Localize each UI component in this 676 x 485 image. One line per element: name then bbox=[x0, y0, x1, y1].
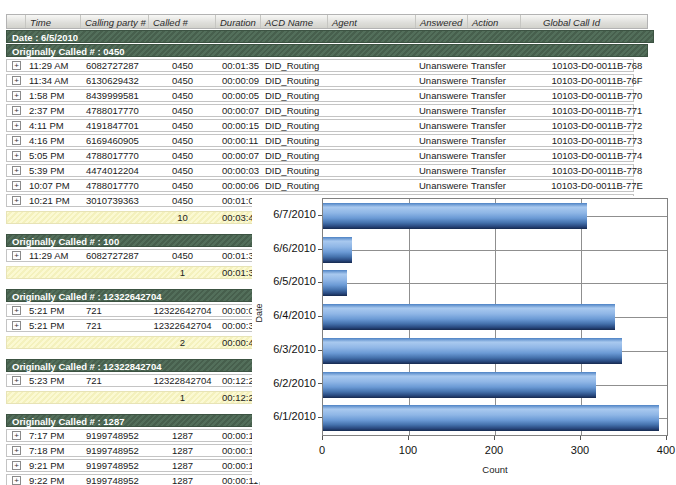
cell-answered: Unanswered bbox=[416, 60, 468, 71]
cell-calling_party: 721 bbox=[81, 305, 149, 316]
chart-bar-row bbox=[323, 266, 667, 300]
table-row: +1:58 PM8439999581045000:00:05DID_Routin… bbox=[6, 89, 634, 102]
column-header-action: Action bbox=[468, 15, 521, 28]
expand-row-button[interactable]: + bbox=[12, 446, 21, 455]
chart-bar-row bbox=[323, 233, 667, 267]
cell-time: 9:21 PM bbox=[26, 460, 81, 471]
expand-cell: + bbox=[7, 196, 26, 205]
cell-called: 12322642704 bbox=[149, 320, 216, 331]
table-row: +5:05 PM4788017770045000:00:07DID_Routin… bbox=[6, 149, 634, 162]
x-tick-label: 0 bbox=[319, 444, 325, 456]
expand-cell: + bbox=[7, 106, 26, 115]
cell-global_call_id: 10103-D0-0011B-770 bbox=[521, 90, 673, 101]
cell-called: 0450 bbox=[149, 120, 216, 131]
expand-row-button[interactable]: + bbox=[12, 106, 21, 115]
expand-row-button[interactable]: + bbox=[12, 306, 21, 315]
y-tick-label: 6/7/2010 bbox=[254, 198, 316, 232]
cell-called: 1287 bbox=[149, 430, 216, 441]
table-row: +4:11 PM4191847701045000:00:15DID_Routin… bbox=[6, 119, 634, 132]
expand-row-button[interactable]: + bbox=[12, 461, 21, 470]
group-header-title: Originally Called # : 1287 bbox=[6, 414, 260, 427]
expand-cell: + bbox=[7, 446, 26, 455]
cell-action: Transfer bbox=[468, 165, 521, 176]
cell-answered: Unanswered bbox=[416, 120, 468, 131]
x-tick-mark bbox=[666, 436, 667, 440]
cell-acd_name: DID_Routing bbox=[261, 75, 328, 86]
expand-row-button[interactable]: + bbox=[12, 196, 21, 205]
expand-row-button[interactable]: + bbox=[12, 431, 21, 440]
y-tick-mark bbox=[318, 215, 322, 216]
cell-calling_party: 9199748952 bbox=[81, 445, 149, 456]
cell-duration: 00:00:06 bbox=[216, 180, 261, 191]
cell-action: Transfer bbox=[468, 90, 521, 101]
y-tick-mark bbox=[318, 249, 322, 250]
x-tick-mark bbox=[580, 436, 581, 440]
column-header-duration: Duration bbox=[216, 15, 261, 28]
cell-acd_name: DID_Routing bbox=[261, 180, 328, 191]
expand-cell: + bbox=[7, 136, 26, 145]
expand-cell: + bbox=[7, 431, 26, 440]
cell-called: 0450 bbox=[149, 60, 216, 71]
cell-called: 0450 bbox=[149, 250, 216, 261]
cell-calling_party: 3010739363 bbox=[81, 195, 149, 206]
expand-row-button[interactable]: + bbox=[12, 166, 21, 175]
cell-answered: Unanswered bbox=[416, 180, 468, 191]
table-row: +5:21 PM7211232264270400:00:09 bbox=[6, 304, 260, 317]
column-header-time: Time bbox=[26, 15, 81, 28]
cell-answered: Unanswered bbox=[416, 165, 468, 176]
expand-cell: + bbox=[7, 306, 26, 315]
x-tick-mark bbox=[494, 436, 495, 440]
group-header-title: Originally Called # : 12322842704 bbox=[6, 359, 260, 372]
cell-calling_party: 8439999581 bbox=[81, 90, 149, 101]
cell-time: 11:34 AM bbox=[26, 75, 81, 86]
expand-row-button[interactable]: + bbox=[12, 151, 21, 160]
cell-global_call_id: 10103-D0-0011B-774 bbox=[521, 150, 673, 161]
expand-cell: + bbox=[7, 181, 26, 190]
cell-global_call_id: 10103-D0-0011B-773 bbox=[521, 135, 673, 146]
table-row: +4:16 PM6169460905045000:00:11DID_Routin… bbox=[6, 134, 634, 147]
expand-cell: + bbox=[7, 151, 26, 160]
expand-row-button[interactable]: + bbox=[12, 76, 21, 85]
table-row: +7:17 PM9199748952128700:00:13 bbox=[6, 429, 260, 442]
cell-calling_party: 721 bbox=[81, 320, 149, 331]
expand-cell: + bbox=[7, 91, 26, 100]
expand-row-button[interactable]: + bbox=[12, 61, 21, 70]
x-tick-mark bbox=[322, 436, 323, 440]
column-header-global-call-id: Global Call Id bbox=[521, 15, 647, 28]
y-tick-mark bbox=[318, 417, 322, 418]
group-header-title: Originally Called # : 0450 bbox=[6, 44, 648, 57]
bar-6-5-2010 bbox=[323, 270, 347, 296]
chart-horizontal-gridline bbox=[323, 283, 667, 284]
cell-duration: 00:00:15 bbox=[216, 120, 261, 131]
expand-row-button[interactable]: + bbox=[12, 376, 21, 385]
table-row: +2:37 PM4788017770045000:00:07DID_Routin… bbox=[6, 104, 634, 117]
expand-row-button[interactable]: + bbox=[12, 121, 21, 130]
cell-duration: 00:00:07 bbox=[216, 105, 261, 116]
expand-row-button[interactable]: + bbox=[12, 181, 21, 190]
y-tick-mark bbox=[318, 383, 322, 384]
cell-action: Transfer bbox=[468, 150, 521, 161]
call-group-1: Originally Called # : 100+11:29 AM608272… bbox=[6, 234, 260, 279]
cell-time: 5:39 PM bbox=[26, 165, 81, 176]
cell-calling_party: 721 bbox=[81, 375, 149, 386]
y-tick-mark bbox=[318, 282, 322, 283]
cell-time: 11:29 AM bbox=[26, 250, 81, 261]
expand-row-button[interactable]: + bbox=[12, 321, 21, 330]
cell-duration: 00:00:09 bbox=[216, 75, 261, 86]
cell-time: 10:21 PM bbox=[26, 195, 81, 206]
expand-row-button[interactable]: + bbox=[12, 476, 21, 485]
cell-action: Transfer bbox=[468, 75, 521, 86]
cell-answered: Unanswered bbox=[416, 105, 468, 116]
cell-action: Transfer bbox=[468, 105, 521, 116]
cell-acd_name: DID_Routing bbox=[261, 90, 328, 101]
cell-calling_party: 4474012204 bbox=[81, 165, 149, 176]
expand-row-button[interactable]: + bbox=[12, 91, 21, 100]
cell-called: 0450 bbox=[149, 180, 216, 191]
expand-row-button[interactable]: + bbox=[12, 251, 21, 260]
y-tick-label: 6/6/2010 bbox=[254, 232, 316, 266]
cell-calling_party: 6082727287 bbox=[81, 60, 149, 71]
cell-time: 7:18 PM bbox=[26, 445, 81, 456]
expand-row-button[interactable]: + bbox=[12, 136, 21, 145]
chart-bar-row bbox=[323, 300, 667, 334]
cell-time: 2:37 PM bbox=[26, 105, 81, 116]
